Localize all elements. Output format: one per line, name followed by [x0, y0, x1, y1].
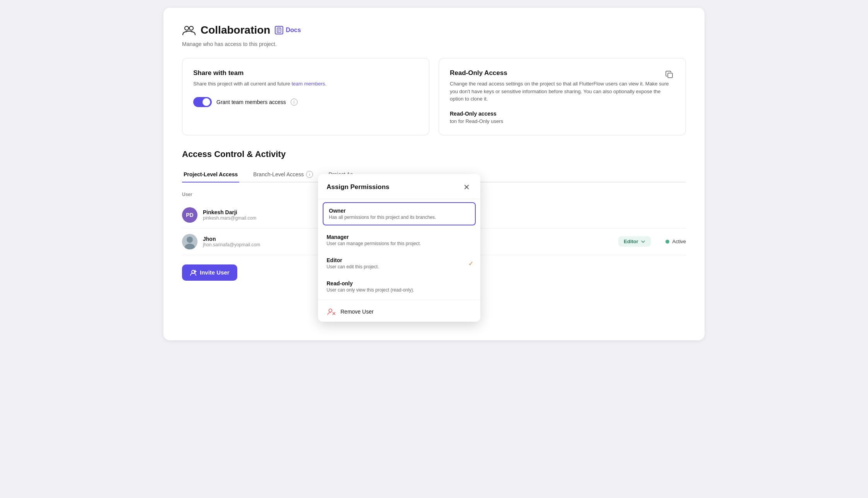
editor-label: Editor — [327, 257, 472, 263]
editor-role-dropdown[interactable]: Editor — [618, 236, 651, 247]
remove-user-icon — [327, 307, 336, 316]
read-only-card-desc: Change the read access settings on the p… — [450, 80, 675, 103]
toggle-row: Grant team members access i — [193, 97, 418, 107]
permission-editor[interactable]: Editor User can edit this project. ✓ — [318, 252, 480, 275]
status-badge: Active — [665, 239, 686, 244]
docs-label: Docs — [286, 27, 301, 34]
owner-desc: Has all permissions for this project and… — [329, 215, 470, 220]
tab-branch-level-access[interactable]: Branch-Level Access i — [252, 167, 315, 182]
avatar: PD — [182, 207, 197, 223]
read-only-card-title: Read-Only Access — [450, 69, 507, 77]
copy-icon[interactable] — [664, 69, 675, 80]
dropdown-header: Assign Permissions ✕ — [318, 174, 480, 199]
svg-point-13 — [329, 309, 332, 312]
clone-label: ton for Read-Only users — [450, 118, 675, 124]
page-container: Collaboration Docs Manage who has access… — [163, 8, 705, 340]
page-header: Collaboration Docs — [182, 23, 686, 37]
read-only-label: Read-Only access — [450, 111, 675, 117]
page-subtitle: Manage who has access to this project. — [182, 41, 686, 47]
info-icon[interactable]: i — [291, 99, 298, 106]
read-only-perm-desc: User can only view this project (read-on… — [327, 287, 472, 293]
permission-manager[interactable]: Manager User can manage permissions for … — [318, 229, 480, 252]
share-with-team-card: Share with team Share this project with … — [182, 58, 429, 135]
page-title: Collaboration — [201, 24, 270, 36]
docs-link[interactable]: Docs — [275, 26, 301, 34]
invite-user-button[interactable]: Invite User — [182, 264, 237, 281]
invite-btn-label: Invite User — [200, 269, 230, 276]
manager-desc: User can manage permissions for this pro… — [327, 241, 472, 246]
team-members-link[interactable]: team members. — [291, 81, 326, 87]
add-user-icon — [190, 269, 197, 276]
permission-owner[interactable]: Owner Has all permissions for this proje… — [323, 202, 476, 225]
active-dot — [665, 240, 669, 244]
manager-label: Manager — [327, 234, 472, 240]
dropdown-title: Assign Permissions — [327, 183, 390, 191]
read-only-access-card: Read-Only Access Change the read access … — [439, 58, 686, 135]
chevron-down-icon — [641, 239, 645, 244]
grant-access-toggle[interactable] — [193, 97, 212, 107]
cards-row: Share with team Share this project with … — [182, 58, 686, 135]
toggle-label: Grant team members access — [216, 99, 286, 105]
remove-user-label: Remove User — [340, 309, 374, 315]
svg-point-1 — [189, 26, 193, 30]
permission-read-only[interactable]: Read-only User can only view this projec… — [318, 275, 480, 298]
branch-info-icon[interactable]: i — [306, 171, 313, 178]
read-only-perm-label: Read-only — [327, 280, 472, 287]
share-card-desc: Share this project with all current and … — [193, 80, 418, 88]
tab-project-level-access[interactable]: Project-Level Access — [182, 167, 239, 182]
collaboration-icon — [182, 23, 196, 37]
docs-icon — [275, 26, 283, 34]
toggle-knob — [203, 98, 210, 106]
svg-rect-6 — [668, 73, 672, 78]
remove-user-item[interactable]: Remove User — [318, 302, 480, 322]
avatar — [182, 234, 197, 249]
check-icon: ✓ — [468, 260, 473, 267]
share-card-title: Share with team — [193, 69, 418, 77]
svg-point-8 — [187, 237, 193, 243]
assign-permissions-dropdown: Assign Permissions ✕ Owner Has all permi… — [318, 174, 480, 322]
divider — [318, 300, 480, 300]
svg-point-0 — [185, 26, 189, 30]
close-button[interactable]: ✕ — [461, 182, 472, 193]
owner-label: Owner — [329, 208, 470, 214]
editor-desc: User can edit this project. — [327, 264, 472, 269]
section-title: Access Control & Activity — [182, 149, 686, 159]
